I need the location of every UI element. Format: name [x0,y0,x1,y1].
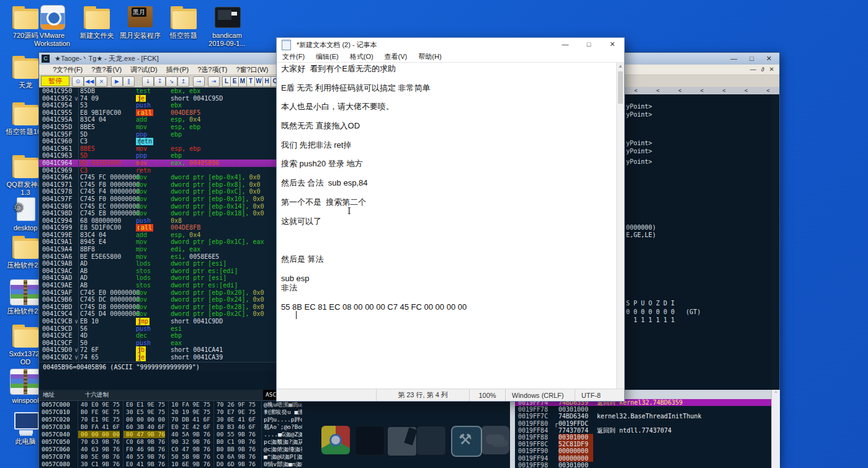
chevron-left-icon[interactable]: < [678,87,681,94]
toolbar-button[interactable]: × [96,76,107,87]
dump-row[interactable]: 0057C06040 63 9B 76F0 46 9B 76C0 47 9B 7… [39,446,302,453]
panel-letter-button-h[interactable]: H [262,76,271,87]
stack-row[interactable]: 0019FF8477437074返回到 ntdll.77437074 [515,427,771,434]
notepad-text-area[interactable]: 大家好 看到有个E盾无壳的求助 E盾 无壳 利用特征码就可以搞定 非常简单 本人… [277,63,617,389]
debugger-menu-item[interactable]: 插件(P) [166,65,189,74]
stack-row[interactable]: 0019FF9800301000 [515,462,771,468]
notepad-menu-item[interactable]: 文件(F) [280,52,306,62]
disasm-mnemonic: mov [136,310,147,318]
debugger-menu-item[interactable]: ?文?件(F) [53,65,83,74]
panel-letter-button-m[interactable]: M [238,76,247,87]
dump-row[interactable]: 0057C010B0 FE 9E 7530 E5 9E 7520 19 9E 7… [39,408,302,416]
toolbar-button[interactable]: ⇥ [208,76,220,87]
dump-row[interactable]: 0057C07080 5E 9B 7640 55 9B 7650 5B 9B 7… [39,453,302,461]
mdi-restore-button[interactable]: ∂ [761,66,764,73]
maximize-button[interactable]: □ [749,53,754,65]
dump-row[interactable]: 0057C02070 E1 9E 7500 00 00 0070 DB 41 6… [39,416,302,423]
dump-bytes: 10 6E 9B 76 [168,461,210,468]
stack-row[interactable]: 0019FF7800301000 [515,406,771,413]
panel-letter-button-l[interactable]: L [222,76,231,87]
dump-row[interactable]: 0057C04000 00 00 0080 47 9B 7640 5A 9B 7… [39,431,302,438]
registers-scroll-strip[interactable]: ^ [624,390,779,399]
desktop-icon[interactable]: 悟空答题 [160,5,207,40]
disasm-bytes: 68 08000000 [80,217,140,225]
toolbar-button[interactable]: ▶ [111,76,123,87]
dump-bytes: 40 55 9B 76 [123,453,165,461]
notepad-text-line: sub esp [281,274,617,283]
folder-icon [169,5,199,30]
dump-ascii: ■^洳@U洳P[洳缗洳 [261,453,302,461]
toolbar-button[interactable]: ◀◀ [84,76,96,87]
toolbar-button[interactable]: ⊙ [72,76,84,87]
mdi-minimize-button[interactable]: — [750,66,756,73]
close-button[interactable]: ✕ [766,53,772,65]
chevron-left-icon[interactable]: < [634,87,637,94]
hex-dump-pane[interactable]: 地址 十六进制 ASCII 0057C00040 E0 9E 75E0 E1 9… [39,390,302,468]
notepad-close-button[interactable]: ✕ [601,38,624,52]
scroll-up-arrow-icon[interactable]: ▲ [617,63,624,70]
notepad-minimize-button[interactable]: — [553,38,577,52]
disasm-address: 0041C95F [42,131,72,138]
notepad-menu-item[interactable]: 编辑(E) [314,52,341,62]
disasm-bytes: C745 E0 00000000 [80,289,140,297]
stack-row[interactable]: 0019FF7C74BD6340kernel32.BaseThreadInitT… [515,413,771,420]
dump-bytes: 80 47 9B 76 [123,431,165,438]
stack-row[interactable]: 0019FF8C52C81DF9 [515,441,771,448]
chevron-left-icon[interactable]: < [745,87,748,94]
chevron-left-icon[interactable]: < [656,87,660,94]
toolbar-button[interactable]: → [193,76,205,87]
debugger-menu-item[interactable]: ?查?看(V) [91,65,122,74]
debugger-menu-item[interactable]: ?选?项(T) [197,65,227,74]
chevron-left-icon[interactable]: < [767,87,770,94]
notepad-text-line [281,226,617,235]
notepad-text-line: 然后是 算法 [281,254,617,264]
disasm-operands: dword ptr [ebp-0x4], 0x0 [171,174,261,181]
desktop-icon[interactable]: bandicam2019-09-1... [204,5,251,48]
toolbar-button[interactable]: ↥ [177,76,189,87]
panel-letter-button-e[interactable]: E [230,76,239,87]
toolbar-button[interactable]: ↓ [142,76,154,87]
notepad-maximize-button[interactable]: □ [577,38,601,52]
stack-pane[interactable]: 0019FF7474BD6359返回到 kernel32.74BD6359001… [515,399,771,468]
disasm-operands: edi, eax [171,246,200,253]
stack-scrollbar[interactable]: ^ [771,390,780,468]
dump-row[interactable]: 0057C00040 E0 9E 75E0 E1 9E 7510 FA 9E 7… [39,401,302,408]
stack-row[interactable]: 0019FF8800301000 [515,434,771,441]
text-caret [296,311,297,319]
notepad-menu-item[interactable]: 帮助(H) [416,52,443,62]
debugger-menu-item[interactable]: ?窗?口(W) [236,65,269,74]
desktop-icon[interactable]: 新建文件夹 [73,5,120,40]
register-pane-text: yPoint> [626,158,652,165]
avatar-ghost-icon [416,426,446,456]
stack-row[interactable]: 0019FF9000000000 [515,448,771,454]
panel-letter-button-w[interactable]: W [254,76,263,87]
chevron-left-icon[interactable]: < [700,87,704,94]
dump-row[interactable]: 0057C08030 C1 9B 76E0 41 9B 7610 6E 9B 7… [39,461,302,468]
stack-row[interactable]: 0019FF80┌0019FFDC [515,420,771,427]
disasm-mnemonic: mov [136,160,147,167]
dump-row[interactable]: 0057C030B0 FA 41 6F60 3B 40 6FE0 2E 42 6… [39,423,302,431]
toolbar-button[interactable]: ↧ [154,76,166,87]
dump-row[interactable]: 0057C05070 63 9B 76C0 68 9B 7690 32 9B 7… [39,438,302,446]
toolbar-button[interactable]: ‖ [123,76,135,87]
notepad-titlebar[interactable]: *新建文本文档 (2) - 记事本 — □ ✕ [277,38,624,52]
mdi-close-button[interactable]: ✕ [769,66,774,73]
toolbar-button[interactable]: ↘ [166,76,177,87]
notepad-menu-item[interactable]: 查看(V) [383,52,409,62]
scrollbar-thumb[interactable] [618,71,623,104]
disasm-mnemonic: add [136,116,147,124]
disasm-mnemonic: mov [136,203,147,210]
disasm-bytes: 8945 E4 [80,238,140,246]
panel-letter-button-t[interactable]: T [246,76,255,87]
minimize-button[interactable]: — [730,53,737,65]
notepad-scrollbar[interactable]: ▲ [616,63,624,389]
disasm-bytes: C3 [80,138,140,145]
notepad-menu-item[interactable]: 格式(O) [348,52,375,62]
desktop-icon-label: 黑月安装程序 [117,32,164,40]
desktop-icon[interactable]: 黑月安装程序 [117,5,164,40]
register-pane-text: yPoint> [626,103,652,110]
registers-pane[interactable]: yPoint>yPoint>yPoint>yPoint>yPoint>00000… [625,94,771,390]
debugger-menu-item[interactable]: 调?试(D) [130,65,157,74]
stack-row[interactable]: 0019FF9400000000 [515,455,771,462]
chevron-left-icon[interactable]: < [722,87,725,94]
